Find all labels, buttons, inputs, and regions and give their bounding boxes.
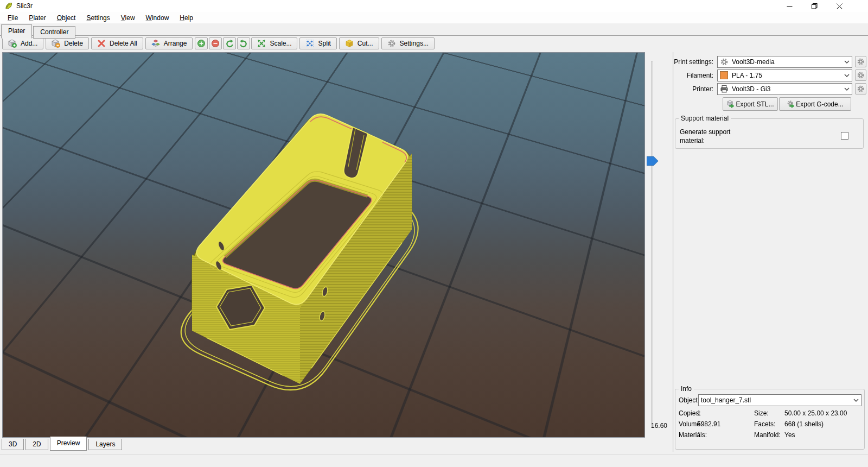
printer-icon <box>720 85 729 93</box>
delete-all-label: Delete All <box>110 40 137 47</box>
arrange-icon <box>151 39 160 48</box>
chevron-down-icon <box>844 87 850 91</box>
filament-settings-button[interactable] <box>855 70 866 81</box>
cut-label: Cut... <box>358 40 373 47</box>
info-facets-label: Facets: <box>754 420 775 428</box>
cut-button[interactable]: Cut... <box>339 37 379 49</box>
layer-slider-value: 16.60 <box>647 422 672 430</box>
sliced-model-render <box>3 53 645 438</box>
export-gcode-icon <box>787 100 795 108</box>
object-label: Object: <box>679 396 699 404</box>
status-bar <box>0 454 868 467</box>
cut-icon <box>345 39 354 48</box>
delete-button[interactable]: Delete <box>46 37 89 49</box>
object-combobox[interactable]: tool_hanger_7.stl <box>698 394 861 406</box>
rotate-cw-icon <box>239 39 248 48</box>
filament-combobox[interactable]: PLA - 1.75 <box>717 70 852 81</box>
minimize-button[interactable] <box>777 0 802 12</box>
info-manifold-value: Yes <box>784 431 795 439</box>
export-gcode-button[interactable]: Export G-code... <box>779 97 851 111</box>
arrange-button[interactable]: Arrange <box>145 37 193 49</box>
rotate-ccw-icon <box>225 39 234 48</box>
cube-remove-icon <box>52 39 60 48</box>
add-button[interactable]: Add... <box>2 37 43 49</box>
info-materials-label: Materials: <box>679 431 707 439</box>
info-copies-value: 1 <box>697 409 701 417</box>
tab-plater[interactable]: Plater <box>1 24 32 39</box>
info-materials-value: 1 <box>697 431 701 439</box>
print-settings-settings-button[interactable] <box>855 56 866 67</box>
settings-label: Settings... <box>400 40 429 47</box>
arrange-label: Arrange <box>164 40 187 47</box>
info-size-value: 50.00 x 25.00 x 23.00 <box>784 409 847 417</box>
menu-window[interactable]: Window <box>141 13 175 23</box>
rotate-ccw-button[interactable] <box>223 37 236 49</box>
gear-icon <box>720 58 729 66</box>
settings-button[interactable]: Settings... <box>381 37 435 49</box>
export-stl-icon <box>726 100 735 108</box>
circle-minus-icon <box>211 39 220 48</box>
fewer-copies-button[interactable] <box>209 37 222 49</box>
window-title: Slic3r <box>16 2 33 10</box>
export-stl-label: Export STL... <box>736 100 774 108</box>
layer-slider-handle[interactable] <box>647 156 659 166</box>
chevron-down-icon <box>844 73 850 78</box>
main-tab-strip: PlaterController <box>0 24 868 36</box>
app-logo-icon <box>4 2 13 10</box>
viewport-tab-2d[interactable]: 2D <box>25 439 48 450</box>
tab-controller[interactable]: Controller <box>33 26 75 39</box>
menu-settings[interactable]: Settings <box>81 13 115 23</box>
delete-label: Delete <box>64 40 83 47</box>
chevron-down-icon <box>844 60 850 64</box>
menu-view[interactable]: View <box>116 13 141 23</box>
info-facets-value: 668 (1 shells) <box>784 420 824 428</box>
split-icon <box>305 39 314 48</box>
viewport-tab-preview[interactable]: Preview <box>50 437 87 451</box>
filament-color-swatch <box>720 71 729 80</box>
panel-separator <box>673 52 674 452</box>
preview-3d-viewport[interactable] <box>2 52 645 438</box>
filament-label: Filament: <box>656 70 713 81</box>
info-group: Info Object: tool_hanger_7.stl Copies:1S… <box>675 389 865 450</box>
split-button[interactable]: Split <box>299 37 336 49</box>
viewport-tab-3d[interactable]: 3D <box>2 439 24 450</box>
viewport-tab-layers[interactable]: Layers <box>88 439 122 450</box>
close-button[interactable] <box>827 0 852 12</box>
layer-slider-track[interactable] <box>651 61 653 428</box>
printer-label: Printer: <box>656 83 713 95</box>
menu-help[interactable]: Help <box>174 13 199 23</box>
scale-icon <box>257 39 266 48</box>
gear-icon <box>387 39 396 48</box>
menu-file[interactable]: File <box>2 13 23 23</box>
restore-button[interactable] <box>802 0 827 12</box>
chevron-down-icon <box>853 398 859 402</box>
print-settings-combobox[interactable]: Voolt3D-media <box>717 56 852 68</box>
add-label: Add... <box>21 40 37 47</box>
printer-combobox[interactable]: Voolt3D - Gi3 <box>717 83 852 95</box>
export-gcode-label: Export G-code... <box>796 100 843 108</box>
circle-plus-icon <box>197 39 206 48</box>
menu-object[interactable]: Object <box>52 13 81 23</box>
viewport-tab-bar: 3D2DPreviewLayers <box>2 438 124 453</box>
menu-plater[interactable]: Plater <box>23 13 51 23</box>
export-stl-button[interactable]: Export STL... <box>723 97 778 111</box>
info-manifold-label: Manifold: <box>754 431 781 439</box>
print-settings-label: Print settings: <box>656 56 713 68</box>
rotate-cw-button[interactable] <box>237 37 250 49</box>
generate-support-label: Generate support material: <box>680 128 750 145</box>
red-x-icon <box>97 39 106 48</box>
split-label: Split <box>318 40 330 47</box>
slic3r-window: { "window": { "title": "Slic3r" }, "wind… <box>0 0 868 467</box>
info-group-label: Info <box>679 385 694 393</box>
cube-add-icon <box>8 39 17 48</box>
object-combobox-value: tool_hanger_7.stl <box>701 396 851 404</box>
printer-settings-button[interactable] <box>855 83 866 94</box>
info-volume-value: 5982.91 <box>697 420 720 428</box>
scale-button[interactable]: Scale... <box>251 37 297 49</box>
generate-support-checkbox[interactable] <box>841 132 848 140</box>
plater-toolbar: Add...DeleteDelete AllArrangeScale...Spl… <box>0 36 868 51</box>
more-copies-button[interactable] <box>195 37 208 49</box>
delete-all-button[interactable]: Delete All <box>91 37 143 49</box>
title-bar: Slic3r <box>0 0 868 12</box>
filament-value: PLA - 1.75 <box>732 72 842 79</box>
